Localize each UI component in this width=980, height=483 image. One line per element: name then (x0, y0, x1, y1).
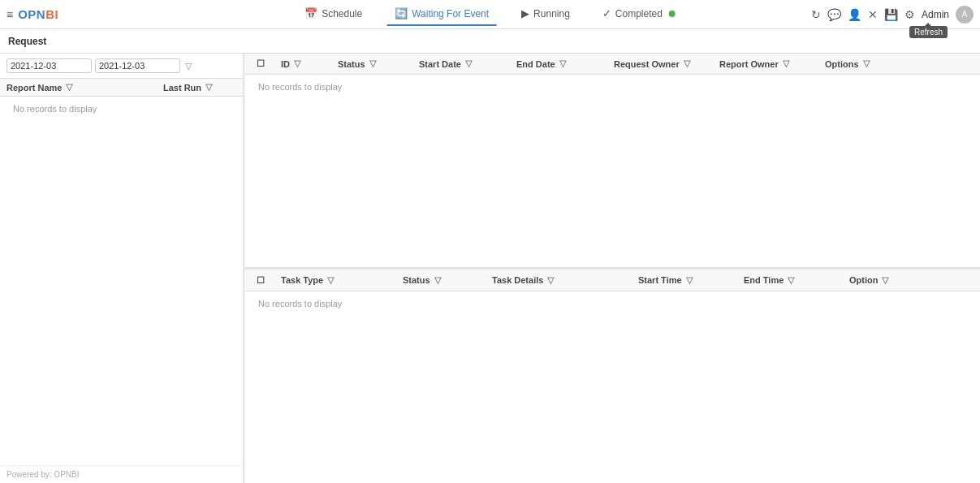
refresh-tooltip: Refresh (909, 26, 948, 38)
th-status: Status ▽ (333, 57, 414, 71)
th-endtime: End Time ▽ (739, 274, 844, 287)
tab-completed-label: Completed (615, 8, 663, 19)
col-report-label: Report Name (6, 83, 62, 93)
chat-icon[interactable]: 💬 (827, 8, 841, 21)
th-option-label: Option (849, 275, 878, 285)
th-status-label: Status (338, 59, 365, 69)
running-icon: ▶ (521, 7, 529, 19)
th-starttime-filter[interactable]: ▽ (686, 275, 693, 286)
bottom-table: ☐ Task Type ▽ Status ▽ Task Details ▽ St… (245, 270, 980, 484)
page-title: Request (8, 36, 46, 47)
th-endtime-filter[interactable]: ▽ (788, 275, 794, 286)
completed-icon: ✓ (602, 7, 611, 19)
top-table-body: No records to display (245, 75, 980, 267)
th-taskstatus-label: Status (403, 275, 430, 285)
left-panel: ▽ Report Name ▽ Last Run ▽ No records to… (0, 54, 244, 483)
save-icon[interactable]: 💾 (884, 8, 898, 21)
date-filter-icon[interactable]: ▽ (185, 61, 192, 71)
col-lastrun-label: Last Run (163, 83, 201, 93)
top-no-records: No records to display (252, 75, 348, 98)
left-no-records: No records to display (6, 97, 103, 120)
avatar[interactable]: A (956, 6, 974, 24)
tab-schedule-label: Schedule (322, 8, 362, 19)
app-logo: OPNBI (18, 7, 58, 21)
th-enddate: End Date ▽ (512, 57, 609, 71)
left-table-body: No records to display (0, 97, 243, 465)
settings-icon[interactable]: ⚙ (904, 8, 915, 21)
tab-running[interactable]: ▶ Running (513, 2, 578, 26)
user-icon[interactable]: 👤 (848, 8, 861, 21)
th-starttime: Start Time ▽ (633, 274, 739, 287)
bottom-no-records: No records to display (252, 292, 348, 315)
th-status-filter[interactable]: ▽ (369, 58, 376, 69)
th-options: Options ▽ (820, 57, 974, 71)
th-repowner-filter[interactable]: ▽ (783, 58, 789, 69)
logo-opn: OPN (18, 7, 45, 21)
th-id-filter[interactable]: ▽ (294, 58, 300, 69)
waiting-icon: 🔄 (395, 7, 408, 19)
sub-bar: Request (0, 29, 980, 54)
th-taskstatus-filter[interactable]: ▽ (434, 275, 441, 286)
th-checkbox[interactable]: ☐ (252, 57, 276, 71)
tab-waiting-label: Waiting For Event (412, 8, 489, 19)
tab-nav: 📅 Schedule 🔄 Waiting For Event ▶ Running… (296, 2, 684, 26)
th-tasktype-label: Task Type (281, 275, 323, 285)
th-reqowner: Request Owner ▽ (609, 57, 714, 71)
th-repowner: Report Owner ▽ (714, 57, 820, 71)
col-last-run: Last Run ▽ (163, 82, 236, 93)
top-bar: ≡ OPNBI 📅 Schedule 🔄 Waiting For Event ▶… (0, 0, 980, 29)
bottom-table-body: No records to display (245, 291, 980, 484)
hamburger-icon[interactable]: ≡ (6, 8, 13, 21)
date-from-input[interactable] (6, 58, 92, 73)
top-bar-right: ↻ 💬 👤 ✕ 💾 ⚙ Admin A (811, 6, 974, 24)
right-panel: ☐ ID ▽ Status ▽ Start Date ▽ End Date ▽ (245, 54, 980, 483)
refresh-icon[interactable]: ↻ (811, 8, 821, 21)
th-taskdetails-label: Task Details (492, 275, 543, 285)
completed-dot (669, 11, 676, 17)
tab-running-label: Running (533, 8, 570, 19)
top-table-header: ☐ ID ▽ Status ▽ Start Date ▽ End Date ▽ (245, 54, 980, 75)
bottom-table-header: ☐ Task Type ▽ Status ▽ Task Details ▽ St… (245, 270, 980, 291)
bottom-th-checkbox[interactable]: ☐ (252, 274, 276, 287)
date-to-input[interactable] (95, 58, 180, 73)
powered-by: Powered by: OPNBI (0, 465, 243, 483)
th-taskdetails-filter[interactable]: ▽ (547, 275, 554, 286)
th-enddate-filter[interactable]: ▽ (559, 58, 566, 69)
lastrun-filter-icon[interactable]: ▽ (205, 82, 212, 93)
th-options-label: Options (825, 59, 859, 69)
th-id: ID ▽ (276, 57, 333, 71)
main-layout: ▽ Report Name ▽ Last Run ▽ No records to… (0, 54, 980, 483)
th-startdate: Start Date ▽ (414, 57, 512, 71)
th-startdate-filter[interactable]: ▽ (465, 58, 472, 69)
logo-bi: BI (45, 7, 58, 21)
th-taskdetails: Task Details ▽ (487, 274, 633, 287)
top-table: ☐ ID ▽ Status ▽ Start Date ▽ End Date ▽ (245, 54, 980, 269)
th-taskstatus: Status ▽ (398, 274, 487, 287)
th-options-filter[interactable]: ▽ (863, 58, 870, 69)
th-repowner-label: Report Owner (719, 59, 779, 69)
tab-schedule[interactable]: 📅 Schedule (296, 2, 370, 26)
th-endtime-label: End Time (744, 275, 784, 285)
tab-completed[interactable]: ✓ Completed (594, 2, 684, 26)
schedule-icon: 📅 (304, 7, 317, 19)
th-reqowner-filter[interactable]: ▽ (684, 58, 690, 69)
left-table-header: Report Name ▽ Last Run ▽ (0, 79, 243, 97)
report-filter-icon[interactable]: ▽ (66, 82, 72, 93)
close-icon[interactable]: ✕ (868, 8, 878, 21)
th-enddate-label: End Date (516, 59, 555, 69)
th-reqowner-label: Request Owner (614, 59, 680, 69)
th-tasktype-filter[interactable]: ▽ (327, 275, 334, 286)
date-filter-row: ▽ (0, 54, 243, 79)
th-id-label: ID (281, 59, 290, 69)
th-starttime-label: Start Time (638, 275, 682, 285)
tab-waiting[interactable]: 🔄 Waiting For Event (386, 2, 497, 26)
th-startdate-label: Start Date (419, 59, 461, 69)
th-option: Option ▽ (844, 274, 974, 287)
col-report-name: Report Name ▽ (6, 82, 163, 93)
th-option-filter[interactable]: ▽ (882, 275, 888, 286)
logo-area: ≡ OPNBI (6, 7, 58, 21)
th-tasktype: Task Type ▽ (276, 274, 398, 287)
admin-label: Admin (922, 9, 949, 20)
